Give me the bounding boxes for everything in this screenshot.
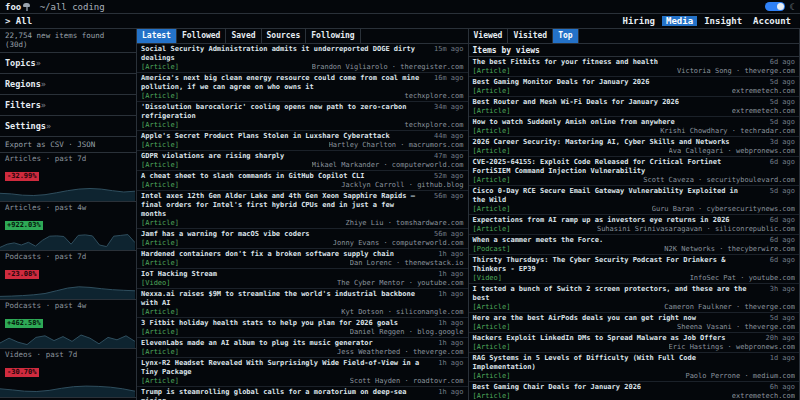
item-title[interactable]: CVE-2025-64155: Exploit Code Released fo…: [473, 158, 754, 176]
item-title[interactable]: How to watch Suddenly Amish online from …: [473, 118, 675, 127]
item-title[interactable]: Lynx-R2 Headset Revealed With Surprising…: [141, 359, 422, 377]
moon-icon[interactable]: ☾: [790, 2, 795, 12]
item-title[interactable]: IoT Hacking Stream: [141, 270, 217, 279]
feed-item[interactable]: Trump is steamrolling global calls for a…: [137, 387, 468, 400]
item-title[interactable]: Hackers Exploit LinkedIn DMs to Spread M…: [473, 334, 726, 343]
item-title[interactable]: 2026 Career Security: Mastering AI, Cybe…: [473, 138, 730, 147]
item-title[interactable]: ElevenLabs made an AI album to plug its …: [141, 339, 373, 348]
viewed-tab-viewed[interactable]: Viewed: [469, 29, 509, 43]
item-source[interactable]: Kyt Dotson · siliconangle.com: [341, 308, 463, 317]
item-title[interactable]: Jamf has a warning for macOS vibe coders: [141, 230, 310, 239]
item-title[interactable]: A cheat sheet to slash commands in GitHu…: [141, 172, 364, 181]
item-title[interactable]: Nexxa.ai raises $9M to streamline the wo…: [141, 290, 422, 308]
feed-tab-followed[interactable]: Followed: [177, 29, 227, 43]
feed-item[interactable]: Nexxa.ai raises $9M to streamline the wo…: [137, 289, 468, 318]
feed-item[interactable]: Intel axes 12th Gen Alder Lake and 4th G…: [137, 191, 468, 229]
item-source[interactable]: extremetech.com: [732, 87, 795, 96]
item-title[interactable]: 3 Fitbit holiday health stats to help yo…: [141, 319, 398, 328]
viewed-item[interactable]: Cisco 0-Day RCE Secure Email Gateway Vul…: [469, 186, 800, 215]
item-source[interactable]: Dan Lorenc · thenewstack.io: [350, 259, 464, 268]
viewed-item[interactable]: How to watch Suddenly Amish online from …: [469, 117, 800, 137]
viewed-item[interactable]: Here are the best AirPods deals you can …: [469, 313, 800, 333]
sidebar-menu-regions[interactable]: Regions»: [0, 74, 136, 95]
item-source[interactable]: N2K Networks · thecyberwire.com: [664, 245, 795, 254]
item-source[interactable]: The Cyber Mentor · youtube.com: [337, 279, 463, 288]
item-title[interactable]: I tested a bunch of Switch 2 screen prot…: [473, 285, 754, 303]
feed-item[interactable]: Hardened containers don't fix a broken s…: [137, 249, 468, 269]
sidebar-menu-topics[interactable]: Topics»: [0, 53, 136, 74]
item-title[interactable]: Trump is steamrolling global calls for a…: [141, 388, 422, 400]
feed-item[interactable]: ElevenLabs made an AI album to plug its …: [137, 338, 468, 358]
item-source[interactable]: Jess Weatherbed · theverge.com: [337, 348, 463, 357]
item-source[interactable]: Suhasini Srinivasaragavan · siliconrepub…: [597, 225, 795, 234]
nav-hiring[interactable]: Hiring: [619, 16, 660, 26]
viewed-item[interactable]: Best Router and Mesh Wi-Fi Deals for Jan…: [469, 97, 800, 117]
item-source[interactable]: Krishi Chowdhary · techradar.com: [660, 127, 795, 136]
feed-tab-sources[interactable]: Sources: [262, 29, 307, 43]
viewed-item[interactable]: The best Fitbits for your fitness and he…: [469, 57, 800, 77]
item-source[interactable]: Jacklyn Carroll · github.blog: [341, 181, 463, 190]
item-source[interactable]: Jonny Evans · computerworld.com: [333, 239, 464, 248]
item-title[interactable]: 'Dissolution barocaloric' cooling opens …: [141, 103, 422, 121]
item-title[interactable]: Expectations from AI ramp up as investor…: [473, 216, 730, 225]
item-source[interactable]: Scott Hayden · roadtovr.com: [350, 377, 464, 386]
viewed-item[interactable]: When a scammer meets the Force.6d ago[Po…: [469, 235, 800, 255]
item-title[interactable]: Best Router and Mesh Wi-Fi Deals for Jan…: [473, 98, 680, 107]
item-source[interactable]: Victoria Song · theverge.com: [677, 67, 795, 76]
item-title[interactable]: Social Security Administration admits it…: [141, 45, 422, 63]
viewed-item[interactable]: Best Gaming Chair Deals for January 2026…: [469, 382, 800, 400]
item-source[interactable]: extremetech.com: [732, 392, 795, 400]
item-title[interactable]: Hardened containers don't fix a broken s…: [141, 250, 394, 259]
nav-media[interactable]: Media: [662, 16, 697, 26]
item-source[interactable]: Daniel Reggen · blog.google: [350, 328, 464, 337]
viewed-item[interactable]: CVE-2025-64155: Exploit Code Released fo…: [469, 157, 800, 186]
feed-item[interactable]: 3 Fitbit holiday health stats to help yo…: [137, 318, 468, 338]
viewed-item[interactable]: Hackers Exploit LinkedIn DMs to Spread M…: [469, 333, 800, 353]
item-title[interactable]: Apple's Secret Product Plans Stolen in L…: [141, 132, 390, 141]
item-source[interactable]: Eric Hastings · webpronews.com: [669, 343, 795, 352]
nav-insight[interactable]: Insight: [700, 16, 746, 26]
context-label[interactable]: > All: [5, 16, 32, 26]
item-source[interactable]: Brandon Vigliarolo · theregister.com: [312, 63, 464, 72]
item-title[interactable]: RAG Systems in 5 Levels of Difficulty (W…: [473, 354, 754, 372]
feed-item[interactable]: GDPR violations are rising sharply47m ag…: [137, 151, 468, 171]
item-title[interactable]: Here are the best AirPods deals you can …: [473, 314, 696, 323]
item-title[interactable]: When a scammer meets the Force.: [473, 236, 604, 245]
item-title[interactable]: Intel axes 12th Gen Alder Lake and 4th G…: [141, 192, 422, 219]
viewed-item[interactable]: I tested a bunch of Switch 2 screen prot…: [469, 284, 800, 313]
item-source[interactable]: Mikael Markander · computerworld.com: [312, 161, 464, 170]
viewed-tab-top[interactable]: Top: [553, 29, 578, 43]
feed-tab-latest[interactable]: Latest: [137, 29, 177, 43]
item-source[interactable]: Scott Caveza · securityboulevard.com: [643, 176, 795, 185]
item-source[interactable]: techxplore.com: [404, 121, 463, 130]
feed-item[interactable]: 'Dissolution barocaloric' cooling opens …: [137, 102, 468, 131]
feed-item[interactable]: A cheat sheet to slash commands in GitHu…: [137, 171, 468, 191]
viewed-item[interactable]: RAG Systems in 5 Levels of Difficulty (W…: [469, 353, 800, 382]
item-source[interactable]: Zhiye Liu · tomshardware.com: [345, 219, 463, 228]
item-title[interactable]: Best Gaming Monitor Deals for January 20…: [473, 78, 650, 87]
feed-item[interactable]: IoT Hacking Stream1h ago[Video]The Cyber…: [137, 269, 468, 289]
viewed-item[interactable]: Thirsty Thursdays: The Cyber Security Po…: [469, 255, 800, 284]
item-title[interactable]: The best Fitbits for your fitness and he…: [473, 58, 658, 67]
item-title[interactable]: Best Gaming Chair Deals for January 2026: [473, 383, 642, 392]
feed-item[interactable]: America's next big clean energy resource…: [137, 73, 468, 102]
item-title[interactable]: Cisco 0-Day RCE Secure Email Gateway Vul…: [473, 187, 754, 205]
feed-item[interactable]: Lynx-R2 Headset Revealed With Surprising…: [137, 358, 468, 387]
item-title[interactable]: GDPR violations are rising sharply: [141, 152, 284, 161]
item-source[interactable]: Paolo Perrone · medium.com: [685, 372, 795, 381]
item-title[interactable]: America's next big clean energy resource…: [141, 74, 422, 92]
item-source[interactable]: Ava Callegari · webpronews.com: [669, 147, 795, 156]
item-source[interactable]: InfoSec Pat · youtube.com: [690, 274, 795, 283]
sidebar-menu-filters[interactable]: Filters»: [0, 95, 136, 116]
viewed-tab-visited[interactable]: Visited: [508, 29, 553, 43]
sidebar-menu-settings[interactable]: Settings»: [0, 116, 136, 137]
nav-account[interactable]: Account: [749, 16, 795, 26]
feed-item[interactable]: Jamf has a warning for macOS vibe coders…: [137, 229, 468, 249]
viewed-item[interactable]: Best Gaming Monitor Deals for January 20…: [469, 77, 800, 97]
viewed-item[interactable]: Expectations from AI ramp up as investor…: [469, 215, 800, 235]
viewed-item[interactable]: 2026 Career Security: Mastering AI, Cybe…: [469, 137, 800, 157]
export-links[interactable]: Export as CSV · JSON: [0, 137, 136, 153]
feed-tab-saved[interactable]: Saved: [226, 29, 261, 43]
item-source[interactable]: Guru Baran · cybersecuritynews.com: [652, 205, 795, 214]
item-source[interactable]: Cameron Faulkner · theverge.com: [664, 303, 795, 312]
